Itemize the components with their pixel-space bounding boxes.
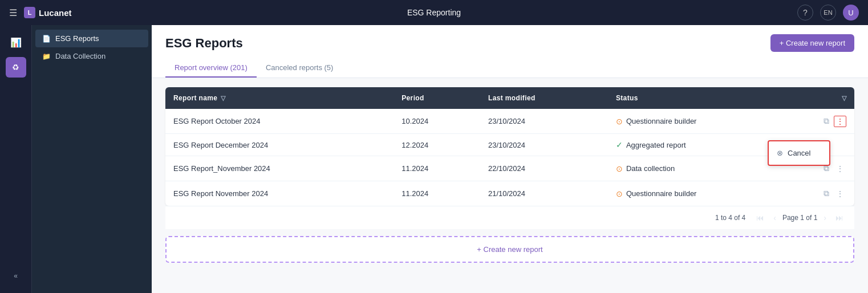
help-button[interactable]: ? (797, 5, 813, 21)
collapse-sidebar-button[interactable]: « (6, 266, 26, 286)
sidebar-esg-reports-label: ESG Reports (55, 34, 99, 43)
tab-canceled-reports[interactable]: Canceled reports (5) (257, 59, 343, 78)
cell-report-name: ESG Report November 2024 (165, 181, 394, 206)
cell-report-name: ESG Report October 2024 (165, 109, 394, 134)
cancel-menu-label: Cancel (788, 149, 810, 157)
sidebar-item-esg-reports[interactable]: 📄 ESG Reports (35, 30, 148, 47)
more-options-icon[interactable]: ⋮ (834, 116, 846, 127)
sidebar-data-collection-label: Data Collection (55, 52, 106, 60)
cancel-menu-item[interactable]: ⊗ Cancel (769, 145, 829, 161)
logo: L Lucanet (24, 7, 72, 18)
language-button[interactable]: EN (820, 5, 836, 21)
page-title: ESG Reports (165, 36, 243, 51)
pagination-range: 1 to 4 of 4 (715, 214, 745, 222)
report-name-filter-icon[interactable]: ▽ (221, 95, 225, 102)
page-label: Page 1 of 1 (782, 214, 817, 222)
col-status: Status ▽ (608, 87, 854, 109)
nav-sidebar: 📄 ESG Reports 📁 Data Collection (32, 25, 152, 293)
table-row: ESG Report October 2024 10.2024 23/10/20… (165, 109, 854, 134)
next-page-button[interactable]: › (821, 212, 829, 223)
status-filter-icon[interactable]: ▽ (842, 95, 846, 102)
cell-last-modified: 23/10/2024 (480, 109, 608, 134)
sidebar-collapse-area: « (6, 266, 26, 286)
content-header-top: ESG Reports + Create new report (165, 34, 854, 52)
avatar[interactable]: U (843, 5, 859, 21)
cell-period: 10.2024 (394, 109, 480, 134)
content-header: ESG Reports + Create new report Report o… (152, 25, 868, 78)
icon-sidebar: 📊 ♻ « (0, 25, 32, 293)
data-collection-icon: 📁 (42, 52, 51, 60)
tabs: Report overview (201) Canceled reports (… (165, 59, 854, 78)
col-last-modified: Last modified (480, 87, 608, 109)
cell-period: 12.2024 (394, 134, 480, 156)
page-nav-title: ESG Reporting (407, 8, 461, 17)
copy-icon[interactable]: ⧉ (821, 188, 832, 200)
topnav: ☰ L Lucanet ESG Reporting ? EN U (0, 0, 868, 25)
create-new-report-button[interactable]: + Create new report (770, 34, 854, 52)
prev-page-button[interactable]: ‹ (770, 212, 779, 223)
table-row: ESG Report_November 2024 11.2024 22/10/2… (165, 156, 854, 181)
reports-table: Report name ▽ Period Last modified Statu… (165, 87, 854, 206)
esg-reports-icon: 📄 (42, 35, 51, 43)
logo-text: Lucanet (39, 8, 72, 18)
status-clock-icon: ⊙ (616, 164, 623, 173)
col-report-name: Report name ▽ (165, 87, 394, 109)
table-header-row: Report name ▽ Period Last modified Statu… (165, 87, 854, 109)
status-label: Questionnaire builder (626, 117, 697, 125)
table-row: ESG Report December 2024 12.2024 23/10/2… (165, 134, 854, 156)
status-clock-icon: ⊙ (616, 117, 623, 126)
more-options-icon[interactable]: ⋮ (834, 188, 846, 200)
logo-icon: L (24, 7, 35, 18)
sidebar-esg-icon[interactable]: ♻ (6, 57, 26, 78)
cell-period: 11.2024 (394, 181, 480, 206)
copy-icon[interactable]: ⧉ (821, 115, 832, 127)
cell-status: ⊙ Questionnaire builder ⧉ ⋮ (608, 109, 854, 134)
cell-status: ✓ Aggregated report ⊗ Cancel (608, 134, 854, 156)
create-new-report-row[interactable]: + Create new report (165, 236, 854, 263)
status-label: Data collection (626, 164, 675, 173)
row-actions: ⧉ ⋮ (821, 188, 846, 200)
cell-report-name: ESG Report_November 2024 (165, 156, 394, 181)
first-page-button[interactable]: ⏮ (753, 212, 767, 223)
pagination: 1 to 4 of 4 ⏮ ‹ Page 1 of 1 › ⏭ (165, 206, 854, 229)
cell-last-modified: 22/10/2024 (480, 156, 608, 181)
menu-icon[interactable]: ☰ (9, 7, 17, 18)
last-page-button[interactable]: ⏭ (833, 212, 846, 223)
table-area: Report name ▽ Period Last modified Statu… (152, 78, 868, 272)
table-row: ESG Report November 2024 11.2024 21/10/2… (165, 181, 854, 206)
cell-last-modified: 23/10/2024 (480, 134, 608, 156)
status-label: Questionnaire builder (626, 189, 697, 198)
col-period: Period (394, 87, 480, 109)
row-actions: ⧉ ⋮ (821, 115, 846, 127)
cell-report-name: ESG Report December 2024 (165, 134, 394, 156)
status-clock-icon: ⊙ (616, 189, 623, 198)
more-options-icon[interactable]: ⋮ (834, 163, 846, 174)
main-layout: 📊 ♻ « 📄 ESG Reports 📁 Data Collection ES… (0, 25, 868, 293)
cell-status: ⊙ Questionnaire builder ⧉ ⋮ (608, 181, 854, 206)
context-menu: ⊗ Cancel (768, 140, 830, 166)
tab-report-overview[interactable]: Report overview (201) (165, 59, 257, 78)
cell-last-modified: 21/10/2024 (480, 181, 608, 206)
status-check-icon: ✓ (616, 140, 623, 149)
main-content: ESG Reports + Create new report Report o… (152, 25, 868, 293)
cancel-menu-icon: ⊗ (777, 149, 783, 157)
status-label: Aggregated report (626, 141, 686, 149)
sidebar-item-data-collection[interactable]: 📁 Data Collection (35, 47, 148, 65)
sidebar-chart-icon[interactable]: 📊 (6, 32, 26, 52)
cell-period: 11.2024 (394, 156, 480, 181)
